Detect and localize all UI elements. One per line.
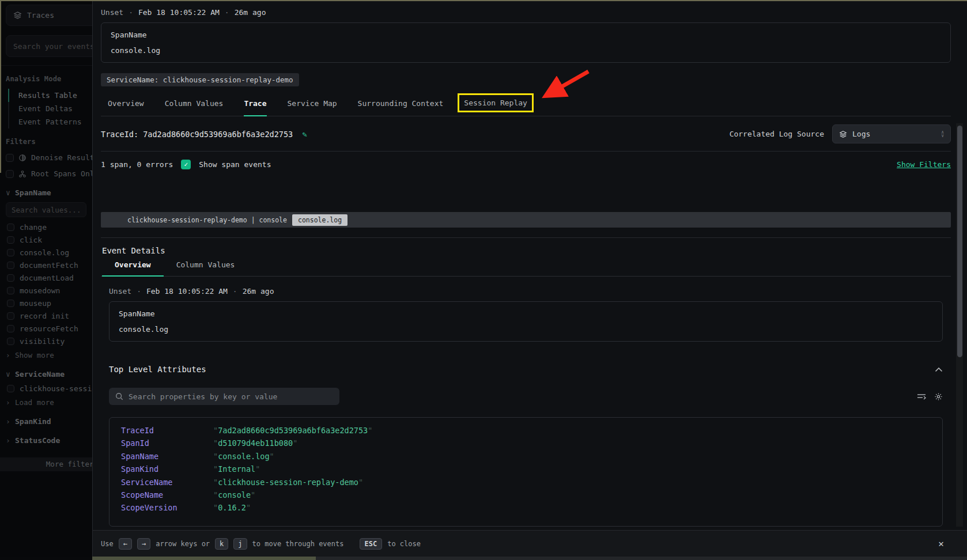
event-tab[interactable]: Overview (108, 99, 144, 116)
attributes-search-row (109, 388, 943, 405)
hint-text: arrow keys or (156, 540, 210, 548)
waterfall-span-bar[interactable]: clickhouse-session-replay-demo | console… (101, 212, 951, 228)
attribute-row[interactable]: ScopeName "console" (109, 489, 942, 501)
attribute-row[interactable]: ServiceName "clickhouse-session-replay-d… (109, 476, 942, 489)
attribute-row[interactable]: TraceId "7ad2ad8660c9d53969a6bf6a3e2d275… (109, 424, 942, 437)
sidebar: Traces Analysis Mode Results TableEvent … (0, 0, 92, 557)
attribute-value: "console.log" (213, 450, 274, 463)
event-details-tab[interactable]: Overview (102, 260, 164, 277)
spanname-card-label: SpanName (119, 309, 933, 318)
attribute-value: "7ad2ad8660c9d53969a6bf6a3e2d2753" (213, 424, 372, 437)
attribute-row[interactable]: SpanName "console.log" (109, 450, 942, 463)
hint-text: to move through events (252, 540, 344, 548)
layers-icon (839, 130, 847, 138)
select-chevrons-icon: ∧∨ (941, 131, 944, 138)
key-j: j (233, 538, 247, 550)
waterfall-span-label: clickhouse-session-replay-demo | console (127, 216, 287, 224)
quote: " (368, 426, 372, 435)
attribute-value: "0.16.2" (213, 501, 251, 514)
servicename-chip[interactable]: ServiceName: clickhouse-session-replay-d… (101, 73, 299, 86)
event-details-title: Event Details (101, 246, 951, 255)
key-esc: ESC (360, 538, 383, 550)
scrollbar-track[interactable] (956, 123, 963, 527)
attribute-key: TraceId (121, 424, 213, 437)
top-level-attributes-header: Top Level Attributes (109, 365, 943, 374)
key-arrow-right: → (137, 538, 150, 550)
trace-id-text: TraceId: 7ad2ad8660c9d53969a6bf6a3e2d275… (101, 130, 293, 139)
spanname-card: SpanName console.log (109, 301, 943, 342)
close-icon[interactable]: ✕ (938, 538, 944, 549)
waterfall-span-pill[interactable]: console.log (292, 214, 347, 226)
app-viewport: Traces Analysis Mode Results TableEvent … (0, 0, 967, 560)
separator: · (225, 8, 229, 17)
collapse-chevron-up-icon[interactable] (935, 367, 943, 372)
attribute-value: "d51079d4eb11b080" (213, 437, 297, 449)
key-arrow-left: ← (119, 538, 132, 550)
attribute-value: "console" (213, 489, 255, 501)
attribute-value: "Internal" (213, 463, 260, 475)
key-k: k (215, 538, 228, 550)
gear-icon[interactable] (934, 392, 943, 401)
span-summary-row: 1 span, 0 errors ✓ Show span events Show… (101, 152, 951, 169)
sidebar-dim-overlay (0, 0, 92, 557)
hint-text: to close (387, 540, 421, 548)
quote: " (213, 464, 218, 474)
correlated-log-source-label: Correlated Log Source (730, 130, 824, 138)
trace-header-row: TraceId: 7ad2ad8660c9d53969a6bf6a3e2d275… (101, 116, 951, 152)
event-side-panel: Unset · Feb 18 10:05:22 AM · 26m ago Spa… (92, 0, 967, 557)
log-source-select[interactable]: Logs ∧∨ (832, 124, 951, 143)
attribute-row[interactable]: ScopeVersion "0.16.2" (109, 501, 942, 514)
attributes-search-input[interactable] (129, 392, 333, 401)
event-details-tabs: OverviewColumn Values (101, 260, 951, 277)
attribute-key: ServiceName (121, 476, 213, 489)
event-tab[interactable]: Session Replay (459, 95, 532, 111)
attribute-key: ScopeName (121, 489, 213, 501)
quote: " (246, 503, 251, 512)
event-details-header-row: Unset · Feb 18 10:05:22 AM · 26m ago (109, 277, 943, 296)
quote: " (213, 438, 218, 448)
event-tab[interactable]: Service Map (288, 99, 337, 116)
show-filters-link[interactable]: Show Filters (897, 160, 951, 169)
event-tabs: OverviewColumn ValuesTraceService MapSur… (101, 99, 951, 116)
event-relative-time: 26m ago (235, 8, 266, 17)
quote: " (213, 478, 218, 487)
window-left-edge (0, 0, 1, 173)
window-top-edge (0, 0, 967, 1)
attribute-key: SpanKind (121, 463, 213, 475)
event-header-row: Unset · Feb 18 10:05:22 AM · 26m ago (101, 0, 951, 17)
attribute-value: "clickhouse-session-replay-demo" (213, 476, 363, 489)
scrollbar-thumb[interactable] (957, 126, 962, 357)
separator: · (129, 8, 133, 17)
waterfall-empty-area (101, 169, 951, 212)
span-summary-text: 1 span, 0 errors (101, 160, 173, 169)
edit-pencil-icon[interactable]: ✎ (302, 130, 307, 139)
spanname-card-label: SpanName (111, 31, 941, 39)
quote: " (270, 452, 274, 461)
quote: " (251, 490, 255, 500)
attributes-search-box[interactable] (109, 388, 339, 405)
spanname-card-value: console.log (119, 325, 933, 334)
event-relative-time: 26m ago (243, 287, 274, 296)
attribute-row[interactable]: SpanId "d51079d4eb11b080" (109, 437, 942, 449)
search-icon (115, 392, 123, 400)
section-divider (101, 237, 951, 238)
event-tab[interactable]: Trace (244, 99, 266, 116)
event-tab[interactable]: Surrounding Context (358, 99, 444, 116)
attribute-key: SpanName (121, 450, 213, 463)
keyboard-hint-footer: Use ← → arrow keys or k j to move throug… (93, 530, 967, 557)
quote: " (255, 464, 260, 474)
spanname-card-value: console.log (111, 46, 941, 55)
event-details-tab[interactable]: Column Values (164, 260, 248, 276)
separator: · (137, 287, 141, 296)
attribute-key: SpanId (121, 437, 213, 449)
separator: · (233, 287, 237, 296)
show-span-events-checkbox[interactable]: ✓ (181, 160, 191, 169)
wrap-lines-icon[interactable] (917, 392, 926, 401)
quote: " (213, 426, 218, 435)
quote: " (213, 452, 218, 461)
event-tab[interactable]: Column Values (165, 99, 224, 116)
attribute-row[interactable]: SpanKind "Internal" (109, 463, 942, 475)
quote: " (213, 503, 218, 512)
status-badge: Unset (109, 287, 131, 296)
window-bottom-strip (0, 557, 967, 560)
